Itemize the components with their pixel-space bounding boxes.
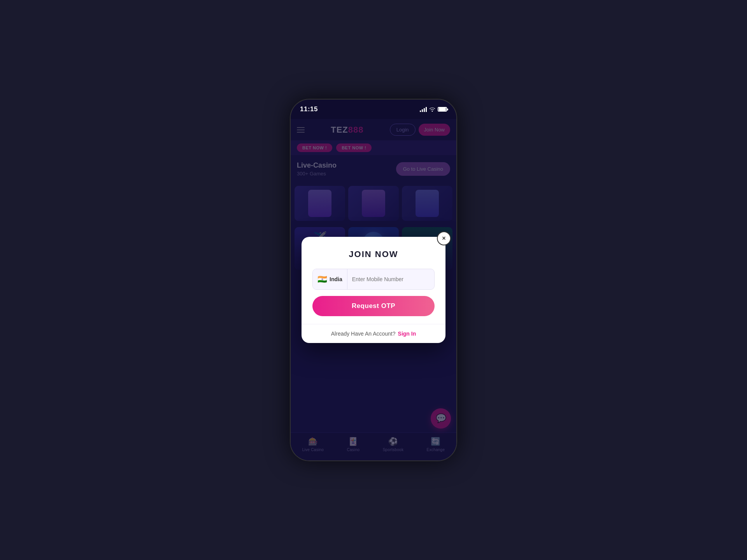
country-name: India (330, 276, 342, 282)
phone-number-input[interactable] (347, 271, 434, 288)
modal-footer: Already Have An Account? Sign In (302, 324, 445, 343)
country-selector[interactable]: 🇮🇳 India (313, 269, 347, 289)
signal-icon (420, 107, 427, 112)
modal-overlay: JOIN NOW 🇮🇳 India Request OTP (291, 119, 456, 460)
sign-in-link[interactable]: Sign In (398, 331, 416, 337)
status-bar: 11:15 (291, 100, 456, 119)
phone-input-row: 🇮🇳 India (312, 269, 435, 290)
modal-body: JOIN NOW 🇮🇳 India Request OTP (302, 237, 445, 316)
modal-wrapper: JOIN NOW 🇮🇳 India Request OTP (302, 237, 445, 343)
wifi-icon (429, 107, 435, 112)
already-account-text: Already Have An Account? (331, 331, 396, 337)
status-icons (420, 107, 447, 112)
battery-icon (438, 107, 447, 112)
country-flag: 🇮🇳 (317, 275, 327, 284)
phone-frame: 11:15 (290, 99, 457, 461)
modal-close-button[interactable]: × (437, 231, 451, 245)
modal-title: JOIN NOW (312, 249, 435, 259)
app-background: TEZ888 Login Join Now BET NOW ! BET NOW … (291, 119, 456, 460)
request-otp-button[interactable]: Request OTP (312, 296, 435, 316)
join-now-modal: JOIN NOW 🇮🇳 India Request OTP (302, 237, 445, 343)
status-time: 11:15 (300, 105, 318, 113)
